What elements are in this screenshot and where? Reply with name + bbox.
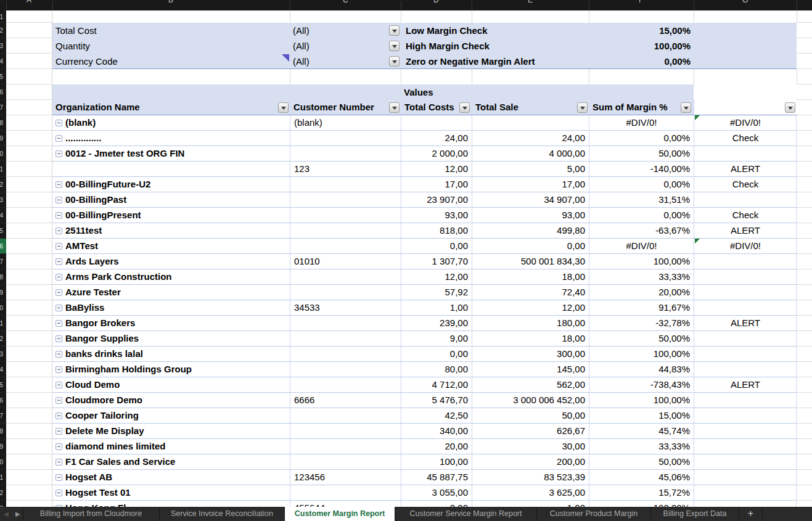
cell-h7[interactable] — [797, 100, 812, 115]
cell-a27[interactable] — [6, 408, 52, 424]
collapse-icon[interactable]: − — [55, 412, 62, 419]
column-letter-e[interactable]: E — [528, 0, 533, 4]
status-cell[interactable] — [694, 254, 797, 269]
row-header-12[interactable]: 12 — [0, 177, 6, 192]
cell-h18[interactable] — [797, 269, 812, 285]
customer-number-cell[interactable]: 123 — [290, 162, 401, 176]
org-cell[interactable]: −banks drinks lalal — [52, 347, 290, 361]
collapse-icon[interactable]: − — [55, 335, 62, 342]
total-costs-cell[interactable]: 4 712,00 — [401, 377, 472, 392]
total-costs-cell[interactable]: 9,00 — [401, 331, 472, 346]
cell-h14[interactable] — [797, 208, 812, 223]
sheet-tab-service-invoice-reconciliation[interactable]: Service Invoice Reconciliation — [160, 507, 285, 521]
cell-h27[interactable] — [797, 408, 812, 424]
org-cell[interactable]: −Birmingham Holdings Group — [52, 362, 290, 377]
margin-cell[interactable]: -63,67% — [589, 223, 694, 238]
org-cell[interactable]: −diamond mines limited — [52, 439, 290, 454]
customer-number-cell[interactable] — [290, 377, 401, 392]
cell-a18[interactable] — [6, 269, 52, 285]
cell-h13[interactable] — [797, 192, 812, 208]
collapse-icon[interactable]: − — [55, 120, 62, 126]
status-cell[interactable]: ALERT — [694, 162, 797, 176]
customer-number-cell[interactable] — [290, 439, 401, 454]
org-cell[interactable]: −Bangor Brokers — [52, 316, 290, 330]
total-sale-cell[interactable]: 30,00 — [472, 439, 589, 454]
margin-cell[interactable]: 33,33% — [589, 269, 694, 284]
customer-number-cell[interactable] — [290, 269, 401, 284]
sheet-tab-customer-service-margin-report[interactable]: Customer Service Margin Report — [395, 507, 537, 521]
cell-h6[interactable] — [797, 84, 812, 100]
collapse-icon[interactable]: − — [55, 181, 62, 188]
total-sale-cell[interactable]: 12,00 — [472, 300, 589, 315]
cell-h16[interactable] — [797, 239, 812, 254]
autofilter-dropdown-button[interactable] — [278, 102, 289, 113]
row-header-24[interactable]: 24 — [0, 362, 6, 377]
total-costs-cell[interactable]: 2 000,00 — [401, 146, 472, 161]
cell-h12[interactable] — [797, 177, 812, 192]
collapse-icon[interactable]: − — [55, 366, 62, 373]
row-header-11[interactable]: 11 — [0, 162, 6, 177]
collapse-icon[interactable]: − — [55, 320, 62, 327]
customer-number-cell[interactable] — [290, 146, 401, 161]
cell-h25[interactable] — [797, 377, 812, 393]
org-cell[interactable]: −Bangor Supplies — [52, 331, 290, 346]
total-sale-cell[interactable]: 200,00 — [472, 454, 589, 469]
customer-number-cell[interactable] — [290, 347, 401, 361]
org-cell[interactable]: −00-BillingPast — [52, 192, 290, 207]
org-cell[interactable]: −Cloudmore Demo — [52, 393, 290, 408]
customer-number-cell[interactable] — [290, 362, 401, 377]
cell-a6[interactable] — [6, 84, 52, 100]
cell-h9[interactable] — [797, 131, 812, 146]
total-sale-cell[interactable]: 3 625,00 — [472, 485, 589, 500]
total-costs-cell[interactable]: 818,00 — [401, 223, 472, 238]
status-cell[interactable]: ALERT — [694, 223, 797, 238]
cell-a16[interactable] — [6, 239, 52, 254]
cell-h1[interactable] — [797, 10, 812, 23]
cell-a24[interactable] — [6, 362, 52, 377]
total-costs-cell[interactable]: 340,00 — [401, 424, 472, 438]
header-total-costs[interactable]: Total Costs — [404, 100, 454, 115]
margin-cell[interactable]: 0,00% — [589, 131, 694, 146]
margin-cell[interactable]: 100,00% — [589, 347, 694, 361]
collapse-icon[interactable]: − — [55, 150, 62, 157]
total-costs-cell[interactable]: 23 907,00 — [401, 192, 472, 207]
collapse-icon[interactable]: − — [55, 135, 62, 142]
autofilter-dropdown-button[interactable] — [459, 102, 470, 113]
status-cell[interactable] — [694, 285, 797, 300]
status-column-header-cell[interactable] — [694, 100, 797, 115]
margin-cell[interactable]: 50,00% — [589, 146, 694, 161]
total-sale-cell[interactable]: 0,00 — [472, 239, 589, 253]
customer-number-cell[interactable] — [290, 408, 401, 423]
org-cell[interactable]: −Cloud Demo — [52, 377, 290, 392]
cell-h19[interactable] — [797, 285, 812, 300]
cell-h15[interactable] — [797, 223, 812, 239]
status-cell[interactable]: ALERT — [694, 316, 797, 330]
org-cell[interactable]: −.............. — [52, 131, 290, 146]
status-cell[interactable] — [694, 300, 797, 315]
margin-cell[interactable]: 100,00% — [589, 254, 694, 269]
next-sheet-arrow-icon[interactable]: ▶ — [15, 507, 20, 521]
row-header-18[interactable]: 18 — [0, 269, 6, 285]
customer-number-cell[interactable] — [290, 331, 401, 346]
margin-cell[interactable]: 15,72% — [589, 485, 694, 500]
org-cell[interactable]: −Azure Tester — [52, 285, 290, 300]
customer-number-cell[interactable]: 01010 — [290, 254, 401, 269]
total-sale-cell[interactable]: 24,00 — [472, 131, 589, 146]
total-sale-cell[interactable]: 17,00 — [472, 177, 589, 192]
add-sheet-button[interactable]: + — [739, 507, 763, 521]
header-sum-of-margin[interactable]: Sum of Margin % — [593, 100, 668, 115]
status-cell[interactable] — [694, 393, 797, 408]
cell-a10[interactable] — [6, 146, 52, 162]
cell-a31[interactable] — [6, 470, 52, 485]
org-cell[interactable]: −00-BillingFuture-U2 — [52, 177, 290, 192]
row-header-2[interactable]: 2 — [0, 23, 6, 38]
margin-cell[interactable]: -32,78% — [589, 316, 694, 330]
customer-number-cell[interactable] — [290, 239, 401, 253]
margin-cell[interactable]: #DIV/0! — [589, 115, 694, 130]
status-cell[interactable] — [694, 347, 797, 361]
cell-a20[interactable] — [6, 300, 52, 316]
cell-h30[interactable] — [797, 454, 812, 470]
status-cell[interactable]: Check — [694, 131, 797, 146]
total-costs-cell[interactable]: 17,00 — [401, 177, 472, 192]
status-cell[interactable] — [694, 424, 797, 438]
